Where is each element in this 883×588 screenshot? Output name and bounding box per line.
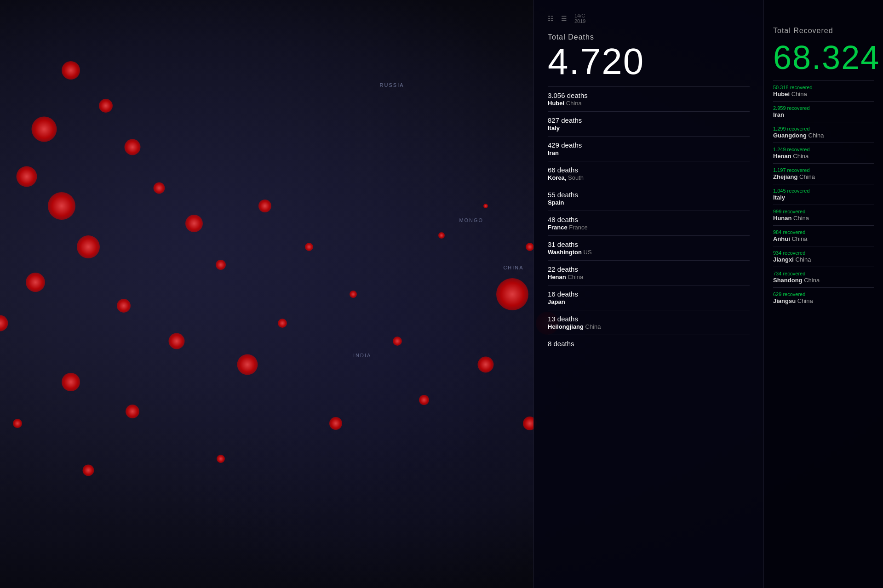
deaths-location: Washington US bbox=[548, 249, 750, 256]
deaths-count: 55 deaths bbox=[548, 191, 750, 199]
deaths-list-item: 16 deathsJapan bbox=[548, 285, 750, 310]
recovered-location: Jiangxi China bbox=[773, 256, 874, 263]
deaths-location: Italy bbox=[548, 125, 750, 131]
deaths-location: Hubei China bbox=[548, 100, 750, 107]
recovered-location: Jiangsu China bbox=[773, 297, 874, 304]
recovered-list-item: 1.197 recoveredZhejiang China bbox=[773, 163, 874, 184]
infection-dot bbox=[117, 299, 131, 313]
infection-dot bbox=[258, 200, 271, 212]
infection-dot bbox=[438, 232, 445, 239]
recovered-list-item: 1.045 recoveredItaly bbox=[773, 184, 874, 205]
deaths-count: 8 deaths bbox=[548, 340, 750, 348]
recovered-list-item: 999 recoveredHunan China bbox=[773, 205, 874, 225]
recovered-list: 50.318 recoveredHubei China2.959 recover… bbox=[764, 80, 883, 308]
deaths-count: 429 deaths bbox=[548, 141, 750, 149]
infection-dot bbox=[32, 117, 57, 142]
recovered-count: 50.318 recovered bbox=[773, 85, 874, 90]
recovered-count: 1.299 recovered bbox=[773, 126, 874, 131]
recovered-list-item: 984 recoveredAnhui China bbox=[773, 225, 874, 246]
recovered-list-item: 734 recoveredShandong China bbox=[773, 267, 874, 287]
infection-dot bbox=[237, 354, 258, 375]
total-deaths-number: 4.720 bbox=[548, 41, 750, 82]
deaths-count: 22 deaths bbox=[548, 265, 750, 273]
infection-dot bbox=[62, 61, 80, 80]
recovered-count: 984 recovered bbox=[773, 229, 874, 235]
infection-dot bbox=[125, 139, 141, 155]
deaths-count: 66 deaths bbox=[548, 166, 750, 174]
deaths-count: 13 deaths bbox=[548, 315, 750, 323]
recovered-list-item: 1.249 recoveredHenan China bbox=[773, 143, 874, 163]
recovered-location: Zhejiang China bbox=[773, 173, 874, 180]
deaths-location: Heilongjiang China bbox=[548, 323, 750, 330]
infection-dot bbox=[77, 235, 100, 258]
infection-dot bbox=[329, 417, 342, 430]
deaths-list-item: 429 deathsIran bbox=[548, 136, 750, 161]
infection-dot bbox=[99, 99, 113, 113]
deaths-count: 16 deaths bbox=[548, 290, 750, 298]
table-view-icon[interactable]: ☰ bbox=[561, 15, 567, 22]
total-deaths-section: Total Deaths 4.720 bbox=[534, 33, 763, 86]
recovered-location: Anhui China bbox=[773, 235, 874, 242]
recovered-location: Shandong China bbox=[773, 277, 874, 284]
recovered-total-number: 68.324 bbox=[764, 40, 883, 80]
recovered-count: 1.197 recovered bbox=[773, 167, 874, 173]
total-deaths-label: Total Deaths bbox=[548, 33, 750, 41]
deaths-list: 3.056 deathsHubei China827 deathsItaly42… bbox=[534, 86, 763, 352]
recovered-location: Hubei China bbox=[773, 91, 874, 97]
grid-view-icon[interactable]: ☷ bbox=[548, 15, 554, 22]
recovered-list-item: 50.318 recoveredHubei China bbox=[773, 80, 874, 101]
infection-dot bbox=[393, 337, 402, 346]
infection-dot bbox=[13, 419, 22, 428]
infection-dot bbox=[16, 166, 37, 187]
recovered-location: Henan China bbox=[773, 153, 874, 160]
recovered-count: 1.249 recovered bbox=[773, 147, 874, 152]
deaths-list-item: 8 deaths bbox=[548, 335, 750, 352]
infection-dot bbox=[216, 260, 226, 270]
deaths-count: 48 deaths bbox=[548, 216, 750, 223]
recovered-location: Iran bbox=[773, 111, 874, 118]
deaths-column: ☷ ☰ 14/C2019 Total Deaths 4.720 3.056 de… bbox=[533, 0, 763, 588]
deaths-count: 827 deaths bbox=[548, 116, 750, 124]
recovered-list-item: 934 recoveredJiangxi China bbox=[773, 246, 874, 267]
infection-dot bbox=[217, 455, 225, 463]
deaths-list-item: 3.056 deathsHubei China bbox=[548, 86, 750, 111]
deaths-list-item: 827 deathsItaly bbox=[548, 111, 750, 136]
infection-dot bbox=[153, 183, 165, 194]
recovered-count: 2.959 recovered bbox=[773, 105, 874, 111]
infection-dot bbox=[48, 192, 75, 220]
recovered-header-label: Total Recovered bbox=[764, 9, 883, 40]
recovered-list-item: 629 recoveredJiangsu China bbox=[773, 287, 874, 308]
recovered-location: Guangdong China bbox=[773, 132, 874, 139]
infection-dot bbox=[496, 278, 528, 310]
deaths-location: Henan China bbox=[548, 274, 750, 280]
infection-dot bbox=[26, 273, 45, 292]
infection-dot bbox=[419, 395, 429, 405]
deaths-location: Spain bbox=[548, 199, 750, 206]
recovered-count: 629 recovered bbox=[773, 291, 874, 297]
infection-dot bbox=[169, 333, 185, 349]
deaths-count: 31 deaths bbox=[548, 240, 750, 248]
infection-dot bbox=[350, 291, 357, 298]
infection-dot bbox=[62, 373, 80, 391]
infection-dot bbox=[278, 319, 287, 328]
deaths-list-item: 66 deathsKorea, South bbox=[548, 161, 750, 186]
infection-dot bbox=[478, 356, 494, 372]
infection-dot bbox=[83, 465, 94, 476]
infection-dot bbox=[526, 243, 534, 251]
deaths-location: Korea, South bbox=[548, 174, 750, 181]
deaths-location: Japan bbox=[548, 298, 750, 305]
deaths-list-item: 31 deathsWashington US bbox=[548, 235, 750, 260]
deaths-count: 3.056 deaths bbox=[548, 91, 750, 99]
recovered-column: Total Recovered 68.324 50.318 recoveredH… bbox=[763, 0, 883, 588]
stats-container: ☷ ☰ 14/C2019 Total Deaths 4.720 3.056 de… bbox=[533, 0, 883, 588]
deaths-list-item: 22 deathsHenan China bbox=[548, 260, 750, 285]
recovered-list-item: 2.959 recoveredIran bbox=[773, 101, 874, 122]
deaths-list-item: 48 deathsFrance France bbox=[548, 211, 750, 235]
infection-dot bbox=[305, 243, 313, 251]
recovered-count: 734 recovered bbox=[773, 271, 874, 276]
recovered-list-item: 1.299 recoveredGuangdong China bbox=[773, 122, 874, 143]
infection-dot bbox=[126, 405, 139, 418]
date-icon[interactable]: 14/C2019 bbox=[574, 13, 585, 24]
infection-dot bbox=[483, 204, 488, 208]
recovered-location: Hunan China bbox=[773, 215, 874, 222]
